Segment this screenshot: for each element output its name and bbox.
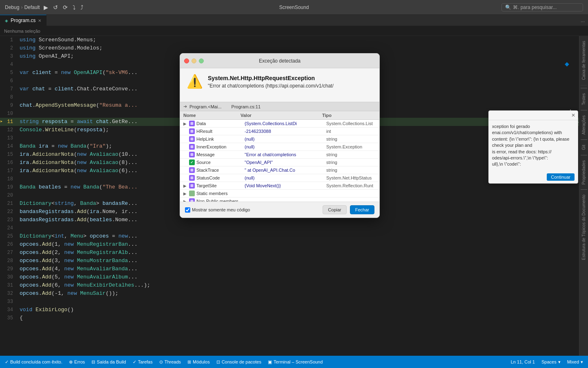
var-row-source[interactable]: ✓ Source "OpenAI_API" string xyxy=(180,159,379,166)
var-row-helplink[interactable]: ⊞ HelpLink (null) string xyxy=(180,135,379,143)
right-panel-tab-tests[interactable]: Testes xyxy=(580,90,588,108)
notification-close-button[interactable]: ✕ xyxy=(571,112,575,118)
dialog-title: Exceção detectada xyxy=(259,58,301,64)
notification-text: xception foi geradoenai.com/v1/chat/comp… xyxy=(492,124,569,166)
checkbox-label[interactable]: Mostrar somente meu código xyxy=(185,207,319,213)
close-exception-button[interactable]: Fechar xyxy=(350,205,374,214)
exception-dialog[interactable]: Exceção detectada ⚠️ System.Net.Http.Htt… xyxy=(180,53,380,218)
status-bar: ✓ Build concluída com êxito. ⊗ Erros ⊟ S… xyxy=(0,356,588,368)
app-title: ScreenSound xyxy=(279,4,309,10)
tab-more-button[interactable]: ... xyxy=(577,18,588,23)
dialog-minimize-button[interactable] xyxy=(192,58,196,63)
tab-program-cs[interactable]: ◈ Program.cs ✕ xyxy=(0,15,47,26)
status-position[interactable]: Ln 11, Col 1 xyxy=(511,359,535,364)
status-encoding-text: Mixed xyxy=(567,359,579,364)
copy-button[interactable]: Copiar xyxy=(323,205,346,214)
var-row-static[interactable]: ▶ Static members xyxy=(180,190,379,197)
right-panel-tab-structure[interactable]: Estrutura de Tópicos do Documento xyxy=(580,191,588,263)
status-console[interactable]: ⊡ Console de pacotes xyxy=(216,359,261,365)
var-type-icon: ⊞ xyxy=(189,136,195,142)
var-row-targetsite[interactable]: ▶ ⊞ TargetSite {Void MoveNext()} System.… xyxy=(180,182,379,190)
var-row-hresult[interactable]: ⊞ HResult -2146233088 int xyxy=(180,128,379,135)
status-spaces[interactable]: Spaces ▾ xyxy=(541,359,561,365)
status-tasks[interactable]: ✓ Tarefas xyxy=(133,359,153,365)
expand-icon[interactable]: ▶ xyxy=(183,121,188,126)
var-row-nonpublic[interactable]: ▶ ⊞ Non-Public members xyxy=(180,197,379,202)
breadcrumb-sep: › xyxy=(21,4,22,10)
var-row-data[interactable]: ▶ ⊞ Data {System.Collections.ListDi Syst… xyxy=(180,120,379,128)
status-threads-text: Threads xyxy=(165,359,181,364)
right-panel-line3 xyxy=(581,139,587,140)
tab-more-icon: ... xyxy=(581,18,585,23)
var-type-icon: ⊞ xyxy=(189,144,195,150)
right-panel-tab-git[interactable]: Git xyxy=(580,141,588,153)
var-type-icon: ⊞ xyxy=(189,198,195,202)
debug-run-button[interactable]: ▶ xyxy=(42,3,50,11)
show-my-code-checkbox[interactable] xyxy=(185,207,190,213)
notification-popup[interactable]: ✕ xception foi geradoenai.com/v1/chat/co… xyxy=(488,110,578,184)
dialog-maximize-button[interactable] xyxy=(199,58,204,63)
expand-icon[interactable]: ▶ xyxy=(183,191,188,196)
search-bar[interactable]: 🔍 ⌘. para pesquisar... xyxy=(501,3,583,11)
status-build-text: Build concluída com êxito. xyxy=(10,359,62,364)
stack-trace-item-1[interactable]: ➜ Program.<Mai... xyxy=(183,104,222,109)
breadcrumb-debug[interactable]: Debug xyxy=(5,4,19,10)
code-line: 34 void ExibirLogo() xyxy=(0,306,579,314)
right-panel-tab-props[interactable]: Propriedades xyxy=(580,157,588,188)
variables-section: Nome Valor Tipo ▶ ⊞ Data {System.Collect… xyxy=(180,111,379,202)
status-output-text: Saída da Build xyxy=(97,359,126,364)
code-line: 33 xyxy=(0,298,579,306)
tab-close-button[interactable]: ✕ xyxy=(38,18,41,23)
status-threads[interactable]: ⊙ Threads xyxy=(159,359,181,365)
right-panel-line2 xyxy=(581,110,587,110)
status-build-output[interactable]: ⊟ Saída da Build xyxy=(91,359,126,365)
debug-step-out-button[interactable]: ⤴ xyxy=(79,3,85,11)
debug-step-into-button[interactable]: ⤵ xyxy=(71,3,77,11)
var-type-icon xyxy=(189,191,195,196)
status-spaces-chevron: ▾ xyxy=(558,359,561,365)
debug-step-over-button[interactable]: ⟳ xyxy=(61,3,69,11)
status-console-text: Console de pacotes xyxy=(222,359,261,364)
status-tasks-text: Tarefas xyxy=(138,359,153,364)
var-row-statuscode[interactable]: ⊞ StatusCode (null) System.Net.HttpStatu… xyxy=(180,174,379,182)
right-panel-tab-tools[interactable]: Caixa de ferramentas xyxy=(580,38,588,83)
status-errors[interactable]: ⊗ Erros xyxy=(69,359,85,365)
stack-trace-item-2[interactable]: Program.cs:11 xyxy=(232,104,261,109)
status-build: ✓ Build concluída com êxito. xyxy=(5,359,62,365)
code-line: 35 { xyxy=(0,314,579,322)
var-row-message[interactable]: ⊞ Message "Error at chat/completions str… xyxy=(180,151,379,159)
status-modules-text: Módulos xyxy=(193,359,210,364)
breadcrumb-default[interactable]: Default xyxy=(24,4,40,10)
var-verified-icon: ✓ xyxy=(189,159,195,165)
status-output-icon: ⊟ xyxy=(91,359,95,365)
status-errors-icon: ⊗ xyxy=(69,359,73,365)
var-type-icon: ⊞ xyxy=(189,183,195,188)
status-encoding-chevron: ▾ xyxy=(581,359,583,365)
expand-icon[interactable]: ▶ xyxy=(183,184,188,188)
status-encoding[interactable]: Mixed ▾ xyxy=(567,359,583,365)
var-table[interactable]: ▶ ⊞ Data {System.Collections.ListDi Syst… xyxy=(180,120,379,202)
var-row-innerexception[interactable]: ⊞ InnerException (null) System.Exception xyxy=(180,143,379,151)
status-threads-icon: ⊙ xyxy=(159,359,163,365)
status-errors-text: Erros xyxy=(74,359,85,364)
right-panel-tab-changes[interactable]: Alterações xyxy=(580,112,588,138)
code-line: 32 opcoes.Add(-1, new MenuSair()); xyxy=(0,289,579,298)
var-header-name: Nome xyxy=(183,113,241,118)
dialog-close-button[interactable] xyxy=(184,58,189,63)
title-bar-right: 🔍 ⌘. para pesquisar... xyxy=(501,3,583,11)
status-terminal[interactable]: ▣ Terminal – ScreenSound xyxy=(268,359,323,365)
var-row-stacktrace[interactable]: ⊞ StackTrace " at OpenAI_API.Chat.Co str… xyxy=(180,166,379,174)
notification-header: ✕ xyxy=(489,111,578,120)
stack-trace-bar: ➜ Program.<Mai... Program.cs:11 xyxy=(180,102,379,111)
tab-bar: ◈ Program.cs ✕ ... xyxy=(0,15,588,26)
status-spaces-text: Spaces xyxy=(541,359,557,364)
status-modules[interactable]: ⊞ Módulos xyxy=(187,359,210,365)
status-terminal-icon: ▣ xyxy=(268,359,272,365)
expand-icon[interactable]: ▶ xyxy=(183,199,188,202)
status-right: Ln 11, Col 1 Spaces ▾ Mixed ▾ xyxy=(511,359,583,365)
debug-refresh-button[interactable]: ↺ xyxy=(51,3,60,11)
title-bar: Debug › Default ▶ ↺ ⟳ ⤵ ⤴ ScreenSound 🔍 … xyxy=(0,0,588,15)
exception-info: System.Net.Http.HttpRequestException "Er… xyxy=(208,75,334,89)
continue-button[interactable]: Continuar xyxy=(547,173,575,181)
right-panel-line5 xyxy=(581,189,587,190)
